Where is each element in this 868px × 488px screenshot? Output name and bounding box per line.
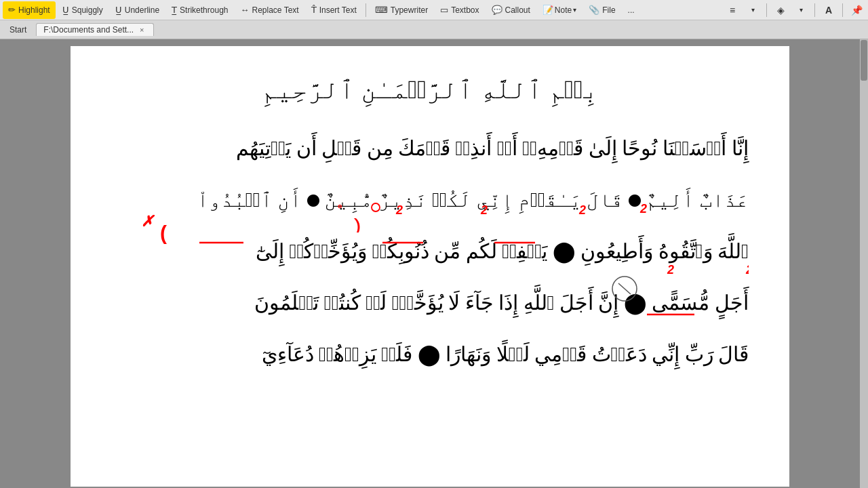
file-label: File — [602, 5, 615, 15]
note-tool[interactable]: 📝 Note ▾ — [537, 1, 582, 19]
callout-label: Callout — [505, 5, 530, 15]
toolbar-right: ≡ ▾ ◈ ▾ A 📌 — [724, 2, 865, 18]
highlight-icon: ✏ — [8, 5, 16, 15]
lines-button[interactable]: ≡ — [724, 2, 741, 18]
squiggly-label: Squiggly — [72, 5, 103, 15]
quran-text-block: إِنَّا أَرۡسَلۡنَا نُوحًا إِلَىٰ قَوۡمِه… — [111, 126, 749, 377]
more-tool[interactable]: ... — [623, 1, 640, 19]
replace-text-icon: ↔ — [240, 5, 249, 15]
textbox-tool[interactable]: ▭ Textbox — [435, 1, 484, 19]
underline-icon: U̲ — [115, 5, 122, 15]
replace-text-label: Replace Text — [252, 5, 298, 15]
document-page: بِسۡمِ ٱللَّهِ ٱلرَّحۡمَـٰنِ ٱلرَّحِيمِ … — [71, 46, 789, 487]
file-tab-close[interactable]: × — [138, 25, 146, 35]
scrollbar-thumb[interactable] — [861, 40, 867, 81]
expand2-button[interactable]: ▾ — [792, 2, 810, 18]
quran-line-2: عَذَابٌ أَلِيمٌ ⬤ قَالَ يَـٰقَوۡمِ إِنِّ… — [111, 178, 749, 222]
callout-icon: 💬 — [492, 5, 502, 15]
stamp-button[interactable]: ◈ — [772, 2, 789, 18]
insert-text-tool[interactable]: T̂ Insert Text — [306, 1, 362, 19]
quran-line-4: أَجَلٍ مُّسَمًّى ⬤ إِنَّ أَجَلَ ٱللَّهِ … — [111, 281, 749, 325]
font-button[interactable]: A — [820, 2, 837, 18]
file-tab[interactable]: F:\Documents and Sett... × — [36, 23, 153, 36]
typewriter-label: Typewriter — [391, 5, 428, 15]
start-tab[interactable]: Start — [3, 24, 33, 36]
expand-button[interactable]: ▾ — [744, 2, 762, 18]
strikethrough-tool[interactable]: T̲ Strikethrough — [166, 1, 233, 19]
separator-1 — [366, 3, 366, 17]
highlight-tool[interactable]: ✏ Highlight — [3, 1, 56, 19]
squiggly-icon: U̲ — [62, 5, 69, 15]
squiggly-tool[interactable]: U̲ Squiggly — [57, 1, 108, 19]
toolbar: ✏ Highlight U̲ Squiggly U̲ Underline T̲ … — [0, 0, 868, 20]
pin-button[interactable]: 📌 — [848, 2, 865, 18]
insert-text-icon: T̂ — [311, 5, 317, 15]
separator-3 — [814, 3, 815, 17]
textbox-label: Textbox — [451, 5, 479, 15]
typewriter-icon: ⌨ — [375, 5, 388, 15]
separator-2 — [766, 3, 767, 17]
quran-line-3: ٱللَّهَ وَٱتَّقُوهُ وَأَطِيعُونِ ⬤ يَغۡف… — [111, 229, 749, 274]
note-label: Note — [555, 5, 572, 15]
typewriter-tool[interactable]: ⌨ Typewriter — [370, 1, 433, 19]
strikethrough-label: Strikethrough — [180, 5, 228, 15]
bismillah-text: بِسۡمِ ٱللَّهِ ٱلرَّحۡمَـٰنِ ٱلرَّحِيمِ — [261, 75, 599, 104]
highlight-label: Highlight — [18, 5, 50, 15]
note-icon: 📝 — [542, 5, 553, 15]
file-icon: 📎 — [589, 5, 599, 15]
underline-label: Underline — [125, 5, 159, 15]
scrollbar-track[interactable] — [860, 39, 868, 488]
more-label: ... — [628, 5, 635, 15]
main-content: بِسۡمِ ٱللَّهِ ٱلرَّحۡمَـٰنِ ٱلرَّحِيمِ … — [0, 39, 868, 488]
textbox-icon: ▭ — [440, 5, 448, 15]
quran-line-1: إِنَّا أَرۡسَلۡنَا نُوحًا إِلَىٰ قَوۡمِه… — [111, 126, 749, 171]
strikethrough-icon: T̲ — [172, 5, 177, 15]
note-dropdown-arrow: ▾ — [573, 6, 576, 14]
start-tab-label: Start — [9, 25, 26, 35]
page-container[interactable]: بِسۡمِ ٱللَّهِ ٱلرَّحۡمَـٰنِ ٱلرَّحِيمِ … — [0, 39, 860, 488]
file-tab-label: F:\Documents and Sett... — [43, 25, 134, 35]
quran-line-5: قَالَ رَبِّ إِنِّي دَعَوۡتُ قَوۡمِي لَيۡ… — [111, 332, 749, 377]
replace-text-tool[interactable]: ↔ Replace Text — [235, 1, 304, 19]
underline-tool[interactable]: U̲ Underline — [110, 1, 165, 19]
file-tool[interactable]: 📎 File — [583, 1, 620, 19]
callout-tool[interactable]: 💬 Callout — [486, 1, 536, 19]
bismillah-line: بِسۡمِ ٱللَّهِ ٱلرَّحۡمَـٰنِ ٱلرَّحِيمِ — [111, 66, 749, 113]
separator-4 — [842, 3, 843, 17]
insert-text-label: Insert Text — [319, 5, 357, 15]
tabbar: Start F:\Documents and Sett... × — [0, 20, 868, 39]
